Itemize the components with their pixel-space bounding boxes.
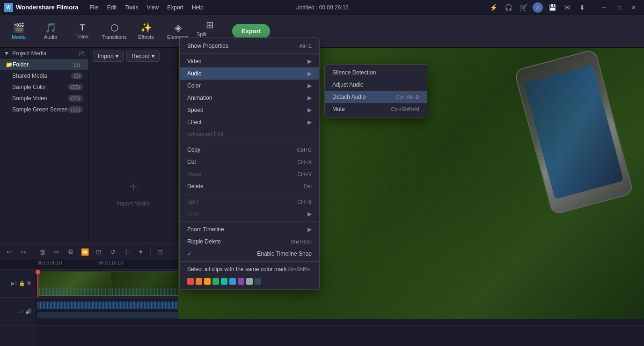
delete-clip-button[interactable]: 🗑 [37, 246, 48, 258]
ctx-cut[interactable]: Cut Ctrl+X [180, 156, 319, 168]
track-icons-1: ▶1 🔒 👁 [11, 280, 32, 287]
headphone-icon[interactable]: 🎧 [503, 2, 514, 13]
import-button[interactable]: Import ▾ [93, 51, 124, 62]
ctx-zoom-timeline[interactable]: Zoom Timeline ▶ [180, 223, 319, 236]
speed-button[interactable]: ⏩ [79, 246, 90, 258]
sidebar-sample-color[interactable]: Sample Color (25) [0, 81, 88, 93]
sidebar-shared-media[interactable]: Shared Media (0) [0, 70, 88, 81]
ctx-effect-arrow: ▶ [307, 119, 312, 125]
ctx-delete-shortcut: Del [304, 184, 312, 189]
menu-edit[interactable]: Edit [103, 2, 121, 13]
swatch-purple[interactable] [238, 278, 244, 285]
swatch-orange[interactable] [196, 278, 202, 285]
record-dropdown-icon[interactable]: ▾ [152, 53, 154, 59]
close-button[interactable]: ✕ [627, 1, 640, 14]
toolbar-transitions[interactable]: ⬡ Transitions [99, 18, 129, 45]
ctx-copy[interactable]: Copy Ctrl+C [180, 144, 319, 156]
menu-export[interactable]: Export [163, 2, 187, 13]
ctx-animation-label: Animation [187, 95, 212, 101]
app-logo: W Wondershare Filmora [4, 3, 78, 12]
rotate-button[interactable]: ↺ [107, 246, 118, 258]
ctx-delete-label: Delete [187, 183, 204, 190]
track-mute-icon[interactable]: 🔊 [25, 309, 32, 315]
track-lock-icon[interactable]: 🔒 [19, 280, 25, 287]
sidebar-sample-video[interactable]: Sample Video (20) [0, 93, 88, 104]
menu-file[interactable]: File [86, 2, 102, 13]
save-icon[interactable]: 💾 [547, 2, 558, 13]
record-button[interactable]: Record ▾ [126, 51, 160, 62]
redo-button[interactable]: ↪ [18, 246, 29, 258]
menu-help[interactable]: Help [188, 2, 207, 13]
import-dropdown-icon[interactable]: ▾ [116, 53, 118, 59]
ctx-show-properties[interactable]: Show Properties Alt+E [180, 40, 319, 52]
account-icon[interactable]: A [533, 2, 543, 13]
toolbar-media[interactable]: 🎬 Media [4, 18, 34, 45]
ctx-speed[interactable]: Speed ▶ [180, 104, 319, 116]
ctx-video[interactable]: Video ▶ [180, 55, 319, 67]
swatch-gray[interactable] [246, 278, 253, 285]
menu-view[interactable]: View [143, 2, 162, 13]
title-icons: ⚡ 🎧 🛒 A 💾 ✉ ⬇ ─ □ ✕ [488, 1, 640, 14]
submenu-mute[interactable]: Mute Ctrl+Shift+M [325, 103, 427, 115]
ctx-animation[interactable]: Animation ▶ [180, 92, 319, 104]
ctx-ripple-delete[interactable]: Ripple Delete Shift+Del [180, 236, 319, 248]
import-media-label: Import Media [117, 200, 149, 207]
toolbar-effects[interactable]: ✨ Effects [131, 18, 161, 45]
minimize-button[interactable]: ─ [597, 1, 610, 14]
submenu-silence-detection[interactable]: Silence Detection [325, 66, 427, 79]
titles-icon: T [80, 23, 85, 32]
mute-label: Mute [332, 106, 345, 112]
submenu-detach-audio[interactable]: Detach Audio Ctrl+Alt+D [325, 91, 427, 103]
silence-detection-label: Silence Detection [332, 69, 376, 76]
sample-color-label: Sample Color [12, 84, 68, 90]
fit-button[interactable]: ⊡ [154, 246, 166, 258]
swatch-yellow[interactable] [204, 278, 211, 285]
project-media-label: Project Media [12, 50, 46, 57]
ctx-effect-label: Effect [187, 119, 201, 125]
ctx-delete[interactable]: Delete Del [180, 180, 319, 192]
audio-clip-1[interactable] [37, 302, 183, 309]
sample-video-label: Sample Video [12, 95, 68, 102]
transform-button[interactable]: ⊹ [121, 246, 132, 258]
crop-button[interactable]: ⊡ [93, 246, 104, 258]
app-name: Wondershare Filmora [16, 4, 78, 11]
swatch-teal[interactable] [221, 278, 227, 285]
sidebar-sample-green-screen[interactable]: Sample Green Screen (10) [0, 104, 88, 115]
clip1-waveform [38, 288, 182, 295]
cart-icon[interactable]: 🛒 [518, 2, 529, 13]
ctx-select-color-label: Select all clips with the same color mar… [187, 266, 287, 272]
ctx-ripple-shortcut: Shift+Del [291, 239, 312, 244]
toolbar-titles[interactable]: T Titles [67, 18, 97, 45]
ctx-select-color[interactable]: Select all clips with the same color mar… [180, 263, 319, 275]
ctx-color-arrow: ▶ [307, 82, 312, 89]
cut-button[interactable]: ✂ [51, 246, 62, 258]
ctx-audio[interactable]: Audio ▶ [180, 67, 319, 80]
ctx-audio-arrow: ▶ [307, 70, 312, 77]
export-button[interactable]: Export [232, 24, 270, 38]
ctx-color[interactable]: Color ▶ [180, 80, 319, 92]
swatch-red[interactable] [187, 278, 194, 285]
submenu-adjust-audio[interactable]: Adjust Audio [325, 79, 427, 91]
import-label: Import [98, 53, 114, 59]
toolbar-audio[interactable]: 🎵 Audio [36, 18, 66, 45]
elements-icon: ◈ [175, 23, 182, 32]
project-media-header[interactable]: ▼ Project Media (2) [0, 48, 88, 59]
notification-icon[interactable]: ⚡ [488, 2, 499, 13]
undo-button[interactable]: ↩ [4, 246, 15, 258]
track-visibility-icon[interactable]: 👁 [27, 280, 32, 287]
swatch-blue[interactable] [229, 278, 236, 285]
menu-tools[interactable]: Tools [121, 2, 142, 13]
download-icon[interactable]: ⬇ [577, 2, 588, 13]
ctx-effect[interactable]: Effect ▶ [180, 116, 319, 128]
sample-color-count: (25) [68, 84, 83, 90]
ai-button[interactable]: ✦ [135, 246, 146, 258]
copy-clip-button[interactable]: ⧉ [65, 246, 76, 258]
maximize-button[interactable]: □ [612, 1, 625, 14]
video-clip-1[interactable]: IMG_1568 [37, 272, 183, 296]
mail-icon[interactable]: ✉ [562, 2, 573, 13]
ctx-animation-arrow: ▶ [307, 95, 312, 101]
ctx-enable-snap[interactable]: ✓ Enable Timeline Snap [180, 248, 319, 260]
swatch-green[interactable] [212, 278, 219, 285]
sidebar-folder[interactable]: 📁 Folder (2) [0, 59, 88, 70]
swatch-dark[interactable] [255, 278, 261, 285]
